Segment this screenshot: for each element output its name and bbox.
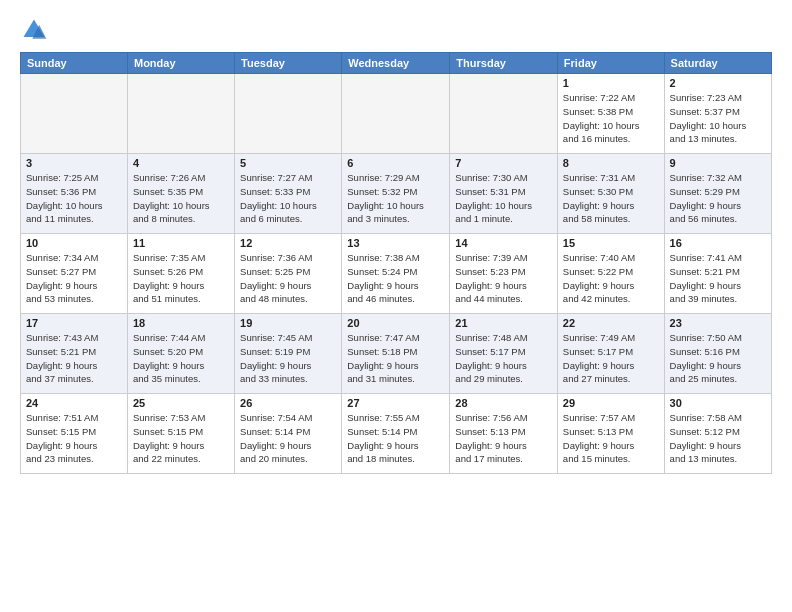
week-row-0: 1Sunrise: 7:22 AM Sunset: 5:38 PM Daylig… [21,74,772,154]
day-number: 11 [133,237,229,249]
day-detail: Sunrise: 7:53 AM Sunset: 5:15 PM Dayligh… [133,411,229,466]
day-detail: Sunrise: 7:25 AM Sunset: 5:36 PM Dayligh… [26,171,122,226]
day-number: 18 [133,317,229,329]
calendar-cell: 11Sunrise: 7:35 AM Sunset: 5:26 PM Dayli… [127,234,234,314]
header [20,16,772,44]
day-detail: Sunrise: 7:36 AM Sunset: 5:25 PM Dayligh… [240,251,336,306]
day-number: 26 [240,397,336,409]
day-detail: Sunrise: 7:58 AM Sunset: 5:12 PM Dayligh… [670,411,766,466]
day-number: 22 [563,317,659,329]
calendar-cell [450,74,558,154]
day-number: 2 [670,77,766,89]
day-detail: Sunrise: 7:22 AM Sunset: 5:38 PM Dayligh… [563,91,659,146]
calendar-cell: 7Sunrise: 7:30 AM Sunset: 5:31 PM Daylig… [450,154,558,234]
day-detail: Sunrise: 7:31 AM Sunset: 5:30 PM Dayligh… [563,171,659,226]
day-number: 1 [563,77,659,89]
day-number: 20 [347,317,444,329]
calendar-cell: 24Sunrise: 7:51 AM Sunset: 5:15 PM Dayli… [21,394,128,474]
calendar-cell: 12Sunrise: 7:36 AM Sunset: 5:25 PM Dayli… [235,234,342,314]
day-detail: Sunrise: 7:56 AM Sunset: 5:13 PM Dayligh… [455,411,552,466]
day-detail: Sunrise: 7:34 AM Sunset: 5:27 PM Dayligh… [26,251,122,306]
day-number: 19 [240,317,336,329]
day-detail: Sunrise: 7:23 AM Sunset: 5:37 PM Dayligh… [670,91,766,146]
calendar-cell: 25Sunrise: 7:53 AM Sunset: 5:15 PM Dayli… [127,394,234,474]
day-number: 6 [347,157,444,169]
calendar-cell: 3Sunrise: 7:25 AM Sunset: 5:36 PM Daylig… [21,154,128,234]
day-number: 4 [133,157,229,169]
day-detail: Sunrise: 7:47 AM Sunset: 5:18 PM Dayligh… [347,331,444,386]
calendar-cell: 29Sunrise: 7:57 AM Sunset: 5:13 PM Dayli… [557,394,664,474]
calendar-cell: 19Sunrise: 7:45 AM Sunset: 5:19 PM Dayli… [235,314,342,394]
calendar-cell: 27Sunrise: 7:55 AM Sunset: 5:14 PM Dayli… [342,394,450,474]
calendar-cell: 9Sunrise: 7:32 AM Sunset: 5:29 PM Daylig… [664,154,771,234]
day-number: 3 [26,157,122,169]
week-row-3: 17Sunrise: 7:43 AM Sunset: 5:21 PM Dayli… [21,314,772,394]
day-detail: Sunrise: 7:40 AM Sunset: 5:22 PM Dayligh… [563,251,659,306]
day-number: 8 [563,157,659,169]
day-number: 9 [670,157,766,169]
calendar-cell: 20Sunrise: 7:47 AM Sunset: 5:18 PM Dayli… [342,314,450,394]
col-header-tuesday: Tuesday [235,53,342,74]
col-header-friday: Friday [557,53,664,74]
day-number: 17 [26,317,122,329]
day-detail: Sunrise: 7:43 AM Sunset: 5:21 PM Dayligh… [26,331,122,386]
calendar-cell: 21Sunrise: 7:48 AM Sunset: 5:17 PM Dayli… [450,314,558,394]
col-header-wednesday: Wednesday [342,53,450,74]
calendar-table: SundayMondayTuesdayWednesdayThursdayFrid… [20,52,772,474]
calendar-cell: 2Sunrise: 7:23 AM Sunset: 5:37 PM Daylig… [664,74,771,154]
col-header-sunday: Sunday [21,53,128,74]
day-number: 15 [563,237,659,249]
day-detail: Sunrise: 7:57 AM Sunset: 5:13 PM Dayligh… [563,411,659,466]
week-row-4: 24Sunrise: 7:51 AM Sunset: 5:15 PM Dayli… [21,394,772,474]
day-detail: Sunrise: 7:32 AM Sunset: 5:29 PM Dayligh… [670,171,766,226]
calendar-header-row: SundayMondayTuesdayWednesdayThursdayFrid… [21,53,772,74]
day-number: 30 [670,397,766,409]
day-number: 24 [26,397,122,409]
logo-icon [20,16,48,44]
calendar-cell: 17Sunrise: 7:43 AM Sunset: 5:21 PM Dayli… [21,314,128,394]
day-detail: Sunrise: 7:26 AM Sunset: 5:35 PM Dayligh… [133,171,229,226]
logo [20,16,52,44]
day-detail: Sunrise: 7:55 AM Sunset: 5:14 PM Dayligh… [347,411,444,466]
day-number: 21 [455,317,552,329]
calendar-cell: 28Sunrise: 7:56 AM Sunset: 5:13 PM Dayli… [450,394,558,474]
calendar-cell: 13Sunrise: 7:38 AM Sunset: 5:24 PM Dayli… [342,234,450,314]
col-header-thursday: Thursday [450,53,558,74]
calendar-cell [342,74,450,154]
calendar-cell: 18Sunrise: 7:44 AM Sunset: 5:20 PM Dayli… [127,314,234,394]
page: SundayMondayTuesdayWednesdayThursdayFrid… [0,0,792,612]
day-number: 5 [240,157,336,169]
calendar-cell: 15Sunrise: 7:40 AM Sunset: 5:22 PM Dayli… [557,234,664,314]
week-row-2: 10Sunrise: 7:34 AM Sunset: 5:27 PM Dayli… [21,234,772,314]
day-detail: Sunrise: 7:44 AM Sunset: 5:20 PM Dayligh… [133,331,229,386]
col-header-monday: Monday [127,53,234,74]
calendar-cell: 8Sunrise: 7:31 AM Sunset: 5:30 PM Daylig… [557,154,664,234]
week-row-1: 3Sunrise: 7:25 AM Sunset: 5:36 PM Daylig… [21,154,772,234]
day-number: 7 [455,157,552,169]
calendar-cell [21,74,128,154]
day-number: 16 [670,237,766,249]
calendar-cell: 16Sunrise: 7:41 AM Sunset: 5:21 PM Dayli… [664,234,771,314]
day-detail: Sunrise: 7:49 AM Sunset: 5:17 PM Dayligh… [563,331,659,386]
day-detail: Sunrise: 7:38 AM Sunset: 5:24 PM Dayligh… [347,251,444,306]
calendar-cell: 14Sunrise: 7:39 AM Sunset: 5:23 PM Dayli… [450,234,558,314]
calendar-cell: 22Sunrise: 7:49 AM Sunset: 5:17 PM Dayli… [557,314,664,394]
day-number: 28 [455,397,552,409]
day-detail: Sunrise: 7:29 AM Sunset: 5:32 PM Dayligh… [347,171,444,226]
calendar-cell: 5Sunrise: 7:27 AM Sunset: 5:33 PM Daylig… [235,154,342,234]
calendar-cell [127,74,234,154]
day-detail: Sunrise: 7:39 AM Sunset: 5:23 PM Dayligh… [455,251,552,306]
day-number: 10 [26,237,122,249]
day-detail: Sunrise: 7:35 AM Sunset: 5:26 PM Dayligh… [133,251,229,306]
calendar-cell: 6Sunrise: 7:29 AM Sunset: 5:32 PM Daylig… [342,154,450,234]
day-detail: Sunrise: 7:41 AM Sunset: 5:21 PM Dayligh… [670,251,766,306]
calendar-cell: 23Sunrise: 7:50 AM Sunset: 5:16 PM Dayli… [664,314,771,394]
day-number: 25 [133,397,229,409]
calendar-cell: 4Sunrise: 7:26 AM Sunset: 5:35 PM Daylig… [127,154,234,234]
day-number: 23 [670,317,766,329]
day-number: 14 [455,237,552,249]
day-detail: Sunrise: 7:45 AM Sunset: 5:19 PM Dayligh… [240,331,336,386]
day-number: 29 [563,397,659,409]
calendar-cell: 30Sunrise: 7:58 AM Sunset: 5:12 PM Dayli… [664,394,771,474]
day-detail: Sunrise: 7:30 AM Sunset: 5:31 PM Dayligh… [455,171,552,226]
